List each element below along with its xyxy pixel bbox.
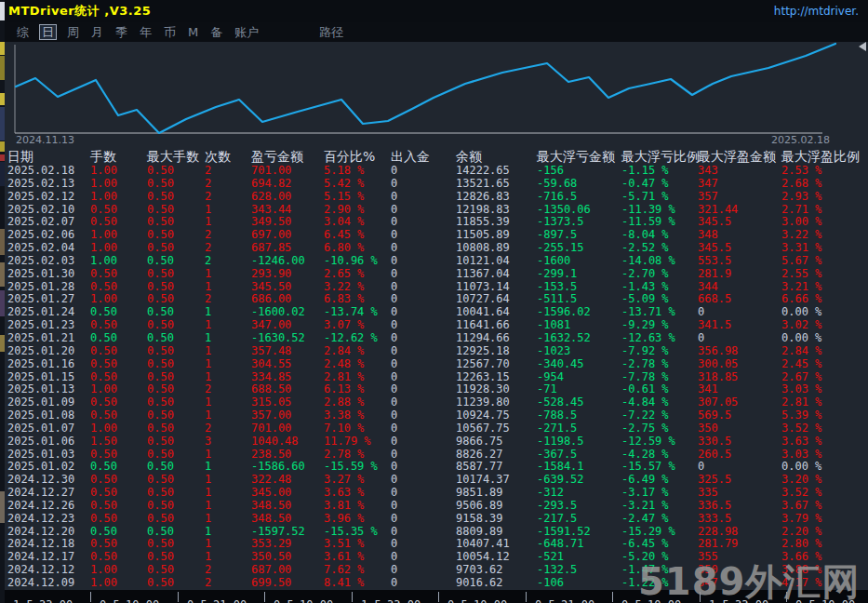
table-row[interactable]: 2025.01.071.000.502701.007.10 %010567.75… — [0, 422, 868, 436]
cell-2: 0.50 — [147, 500, 205, 513]
cell-5: 3.22 % — [324, 281, 391, 294]
cell-10: 228.98 — [698, 526, 781, 539]
cell-8: -716.5 — [537, 191, 621, 204]
table-row[interactable]: 2025.01.131.000.502688.506.13 %011928.30… — [0, 383, 868, 396]
table-row[interactable]: 2025.01.300.500.501293.902.65 %011367.04… — [0, 268, 868, 281]
cell-10: 321.44 — [698, 204, 781, 217]
toolbar-item-4[interactable]: 季 — [114, 25, 129, 39]
cell-3: 1 — [205, 332, 251, 345]
cell-1: 0.50 — [90, 371, 147, 384]
cell-10: 281.9 — [698, 268, 781, 281]
table-row[interactable]: 2025.01.240.500.501-1600.02-13.74 %01004… — [0, 306, 868, 319]
cell-3: 2 — [205, 422, 251, 436]
toolbar-item-3[interactable]: 月 — [89, 25, 105, 39]
cell-11: 3.03 % — [781, 449, 868, 462]
cell-1: 0.50 — [90, 513, 147, 526]
table-row[interactable]: 2025.02.100.500.501343.442.90 %012198.83… — [0, 204, 868, 217]
table-row[interactable]: 2025.01.150.500.501334.852.81 %012263.15… — [0, 371, 868, 384]
table-row[interactable]: 2025.01.090.500.501315.052.88 %011239.80… — [0, 396, 868, 409]
cell-7: 12198.83 — [456, 204, 537, 217]
toolbar-item-1[interactable]: 日 — [39, 24, 57, 40]
cell-11: 3.31 % — [781, 242, 868, 255]
cell-9: -5.71 % — [621, 191, 698, 204]
cell-6: 0 — [391, 436, 456, 449]
cell-0: 2025.01.28 — [7, 281, 90, 294]
table-row[interactable]: 2025.01.020.500.501-1586.60-15.59 %08587… — [0, 461, 868, 474]
cell-4: 350.50 — [251, 551, 324, 564]
footer-tick — [438, 592, 439, 602]
vendor-url-link[interactable]: http://mtdriver. — [774, 5, 859, 18]
table-row[interactable]: 2024.12.300.500.501322.483.27 %010174.37… — [0, 474, 868, 487]
equity-curve-line — [16, 44, 835, 133]
cell-6: 0 — [391, 487, 456, 500]
toolbar-item-2[interactable]: 周 — [65, 25, 81, 39]
table-row[interactable]: 2025.01.061.500.5031040.4811.79 %09866.7… — [0, 436, 868, 449]
cell-0: 2024.12.26 — [7, 500, 90, 513]
table-row[interactable]: 2025.01.030.500.501238.502.78 %08826.27-… — [0, 449, 868, 462]
table-row[interactable]: 2025.01.280.500.501345.503.22 %011073.14… — [0, 281, 868, 294]
table-row[interactable]: 2024.12.230.500.501348.503.96 %09158.39-… — [0, 513, 868, 526]
toolbar-item-5[interactable]: 年 — [138, 25, 154, 39]
equity-chart[interactable]: 2024.11.13 2025.02.18 — [0, 42, 868, 149]
table-row[interactable]: 2024.12.180.500.501353.293.51 %010407.41… — [0, 538, 868, 551]
cell-10: 341.5 — [698, 319, 781, 332]
table-row[interactable]: 2025.02.121.000.502628.005.15 %012826.83… — [0, 191, 868, 204]
cell-4: 701.00 — [251, 165, 324, 178]
cell-3: 2 — [205, 242, 251, 255]
cell-6: 0 — [391, 255, 456, 268]
cell-8: -1584.1 — [537, 461, 621, 474]
table-row[interactable]: 2025.02.031.000.502-1246.00-10.96 %01012… — [0, 255, 868, 268]
cell-1: 1.00 — [90, 422, 147, 436]
cell-1: 0.50 — [90, 204, 147, 217]
cell-0: 2025.02.18 — [7, 165, 90, 178]
table-row[interactable]: 2025.02.061.000.502697.006.45 %011505.89… — [0, 229, 868, 242]
cell-6: 0 — [391, 358, 456, 371]
table-row[interactable]: 2025.02.070.500.501349.503.04 %011855.39… — [0, 216, 868, 229]
cell-5: 2.84 % — [324, 345, 391, 358]
table-row[interactable]: 2025.02.181.000.502701.005.18 %014222.65… — [0, 165, 868, 178]
cell-6: 0 — [391, 513, 456, 526]
cell-6: 0 — [391, 409, 456, 422]
cell-4: 686.00 — [251, 293, 324, 306]
cell-8: -340.45 — [537, 358, 621, 371]
table-row[interactable]: 2025.01.271.000.502686.006.83 %010727.64… — [0, 293, 868, 306]
table-row[interactable]: 2025.01.200.500.501357.482.84 %012925.18… — [0, 345, 868, 358]
table-row[interactable]: 2025.01.210.500.501-1630.52-12.62 %01129… — [0, 332, 868, 345]
cell-1: 1.00 — [90, 191, 147, 204]
table-row[interactable]: 2025.01.080.500.501357.003.38 %010924.75… — [0, 409, 868, 422]
chart-start-date-label: 2024.11.13 — [16, 134, 74, 146]
cell-4: 348.50 — [251, 500, 324, 513]
cell-11: 2.71 % — [781, 204, 868, 217]
table-row[interactable]: 2024.12.260.500.501348.503.81 %09506.89-… — [0, 500, 868, 513]
cell-5: 8.41 % — [324, 577, 391, 590]
table-row[interactable]: 2025.01.230.500.501347.003.07 %011641.66… — [0, 319, 868, 332]
cell-0: 2024.12.20 — [7, 526, 90, 539]
toolbar-item-6[interactable]: 币 — [162, 25, 178, 39]
cell-2: 0.50 — [147, 577, 205, 590]
cell-11: 0.00 % — [781, 306, 868, 319]
toolbar-item-0[interactable]: 综 — [15, 25, 31, 39]
table-row[interactable]: 2024.12.270.500.501345.003.63 %09851.89-… — [0, 487, 868, 500]
table-row[interactable]: 2025.02.041.000.502687.856.80 %010808.89… — [0, 242, 868, 255]
cell-1: 0.50 — [90, 332, 147, 345]
cell-10: 345.5 — [698, 242, 781, 255]
toolbar-path-button[interactable]: 路径 — [317, 25, 345, 39]
toolbar-item-8[interactable]: 备 — [208, 25, 224, 39]
footer-clipped-text: 1.5 — [13, 598, 33, 603]
cell-11: 2.80 % — [781, 538, 868, 551]
cell-2: 0.50 — [147, 293, 205, 306]
cell-1: 0.50 — [90, 461, 147, 474]
cell-3: 2 — [205, 255, 251, 268]
table-row[interactable]: 2024.12.200.500.501-1597.52-15.35 %08809… — [0, 526, 868, 539]
cell-0: 2025.01.15 — [7, 371, 90, 384]
toolbar-item-7[interactable]: M — [186, 25, 200, 39]
cell-3: 1 — [205, 409, 251, 422]
table-row[interactable]: 2025.01.160.500.501304.552.48 %012567.70… — [0, 358, 868, 371]
cell-2: 0.50 — [147, 216, 205, 229]
cell-4: 697.00 — [251, 229, 324, 242]
cell-1: 0.50 — [90, 526, 147, 539]
toolbar-item-9[interactable]: 账户 — [233, 25, 260, 39]
cell-1: 0.50 — [90, 409, 147, 422]
cell-7: 10121.04 — [456, 255, 537, 268]
table-row[interactable]: 2025.02.131.000.502694.825.42 %013521.65… — [0, 178, 868, 191]
